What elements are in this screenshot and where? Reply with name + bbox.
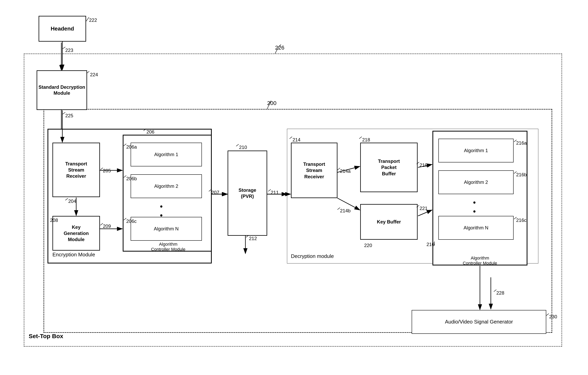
svg-line-39 — [514, 217, 516, 219]
svg-line-20 — [100, 168, 103, 170]
encryption-module-label: Encryption Module — [52, 252, 95, 258]
svg-line-31 — [337, 168, 340, 170]
alg-controller-dec-label: AlgorithmController Module — [435, 255, 525, 266]
svg-line-27 — [236, 144, 239, 146]
svg-line-30 — [290, 137, 292, 139]
svg-line-17 — [87, 71, 89, 73]
decryption-module-label: Decryption module — [291, 253, 334, 259]
transport-stream-receiver-enc-box: TransportStreamReceiver — [52, 143, 100, 197]
svg-line-28 — [268, 189, 271, 191]
svg-line-38 — [514, 172, 516, 174]
alg1-enc-box: Algorithm 1 — [131, 143, 202, 166]
audio-video-box: Audio/Video Signal Generator — [412, 310, 546, 334]
svg-line-37 — [514, 140, 516, 142]
headend-box: Headend — [39, 16, 86, 42]
svg-line-35 — [417, 205, 419, 207]
svg-line-15 — [86, 17, 89, 21]
svg-line-26 — [209, 189, 211, 191]
svg-line-23 — [124, 144, 126, 146]
ref-220: 220 — [364, 243, 372, 248]
svg-line-41 — [494, 290, 496, 292]
svg-line-24 — [124, 176, 126, 177]
transport-packet-buffer-box: TransportPacketBuffer — [360, 143, 418, 192]
diagram-container: 226 200 Headend 222 223 Standard Decrypt… — [0, 0, 588, 375]
svg-line-22 — [144, 129, 146, 131]
alg-controller-enc-label: AlgorithmController Module — [126, 242, 211, 252]
alg2-dec-box: Algorithm 2 — [438, 170, 514, 194]
alg1-dec-box: Algorithm 1 — [438, 139, 514, 162]
svg-line-32 — [337, 208, 340, 210]
svg-line-18 — [62, 112, 65, 114]
standard-decryption-box: Standard Decryption Module — [37, 70, 87, 110]
svg-line-29 — [246, 235, 249, 237]
svg-line-21 — [100, 223, 103, 225]
storage-pvr-box: Storage(PVR) — [228, 151, 267, 236]
algN-enc-box: Algorithm N — [131, 217, 202, 241]
ref-208: 208 — [50, 218, 58, 223]
key-generation-box: KeyGenerationModule — [52, 216, 100, 251]
transport-stream-receiver-dec-box: TransportStreamReceiver — [291, 143, 337, 198]
key-buffer-box: Key Buffer — [360, 204, 418, 240]
svg-line-19 — [65, 198, 68, 200]
svg-line-16 — [62, 47, 65, 49]
svg-line-40 — [546, 314, 549, 316]
set-top-box-label: Set-Top Box — [29, 333, 63, 340]
alg2-enc-box: Algorithm 2 — [131, 174, 202, 198]
svg-line-33 — [359, 137, 362, 139]
algN-dec-box: Algorithm N — [438, 216, 514, 240]
svg-line-25 — [124, 218, 126, 220]
svg-line-34 — [417, 162, 419, 164]
